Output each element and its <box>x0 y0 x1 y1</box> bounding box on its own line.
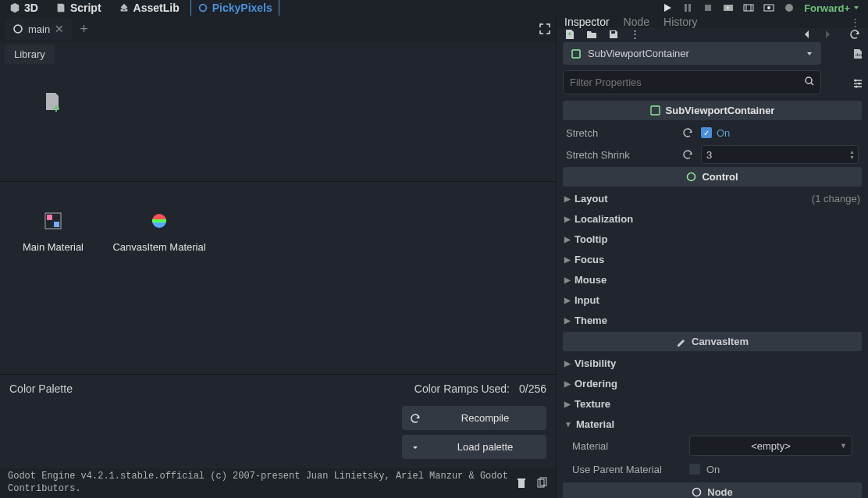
ramps-label: Color Ramps Used: <box>414 382 510 395</box>
fold-visibility-label: Visibility <box>575 357 616 369</box>
play-icon[interactable] <box>662 2 673 13</box>
section-node[interactable]: Node <box>563 482 862 498</box>
load-resource-icon[interactable] <box>586 29 597 40</box>
console-clear-icon[interactable] <box>515 477 528 489</box>
record-icon[interactable] <box>784 2 795 13</box>
history-next-icon[interactable] <box>823 29 832 40</box>
prop-stretch: Stretch ✓ On <box>557 122 868 144</box>
expand-icon[interactable] <box>539 23 551 35</box>
section-subviewportcontainer[interactable]: SubViewportContainer <box>563 101 862 120</box>
canvas-material-icon <box>150 212 169 230</box>
material-dropdown[interactable]: <empty> ▼ <box>689 436 852 456</box>
main-material-item[interactable]: Main Material <box>6 196 100 285</box>
fold-tooltip[interactable]: ▶Tooltip <box>557 229 868 249</box>
main-material-icon <box>44 212 62 230</box>
tab-3d[interactable]: 3D <box>3 0 44 17</box>
reset-icon[interactable] <box>683 150 693 160</box>
new-file-item[interactable] <box>6 78 100 167</box>
tab-assetlib[interactable]: AssetLib <box>112 0 186 17</box>
svg-point-23 <box>693 489 701 496</box>
load-palette-button[interactable]: Load palette <box>402 435 546 459</box>
stop-icon[interactable] <box>703 2 713 13</box>
resource-kebab-icon[interactable]: ⋮ <box>630 28 640 40</box>
node-selector[interactable]: SubViewportContainer <box>563 42 821 65</box>
reset-icon[interactable] <box>683 128 693 138</box>
library-row-new <box>0 64 556 181</box>
load-palette-label: Load palette <box>432 441 539 453</box>
fold-focus[interactable]: ▶Focus <box>557 249 868 269</box>
spinner-icon[interactable]: ▲▼ <box>849 149 855 160</box>
tab-history[interactable]: History <box>663 16 698 28</box>
tab-node[interactable]: Node <box>624 16 649 28</box>
svg-rect-9 <box>54 222 59 227</box>
tab-pickypixels[interactable]: PickyPixels <box>190 0 279 17</box>
svg-rect-11 <box>152 219 166 222</box>
inspector-panel: Inspector Node History ⋮ ⋮ SubViewportCo… <box>556 16 868 498</box>
fold-texture[interactable]: ▶Texture <box>557 393 868 414</box>
fold-localization[interactable]: ▶Localization <box>557 208 868 229</box>
scene-tab-main[interactable]: main ✕ <box>5 18 72 40</box>
renderer-dropdown[interactable]: Forward+ <box>804 2 860 14</box>
filter-settings-icon[interactable] <box>852 77 864 90</box>
library-row-materials: Main Material CanvasItem Material <box>0 182 556 299</box>
fold-ordering[interactable]: ▶Ordering <box>557 373 868 393</box>
doc-icon[interactable]: doc <box>852 48 864 60</box>
svg-rect-15 <box>572 50 580 58</box>
stretch-shrink-input[interactable]: 3 ▲▼ <box>701 145 859 164</box>
console-copy-icon[interactable] <box>535 477 548 489</box>
fold-focus-label: Focus <box>575 254 604 265</box>
scene-tab-label: main <box>28 23 50 35</box>
play-scene-icon[interactable] <box>723 2 734 13</box>
new-resource-icon[interactable] <box>564 29 575 40</box>
add-tab-icon[interactable]: + <box>80 21 88 37</box>
section-canvasitem-label: CanvasItem <box>692 336 749 347</box>
filter-input[interactable] <box>563 70 821 94</box>
search-icon[interactable] <box>804 76 815 87</box>
svg-point-20 <box>856 85 858 87</box>
stretch-checkbox[interactable]: ✓ <box>701 127 712 138</box>
close-icon[interactable]: ✕ <box>55 23 64 35</box>
main-material-label: Main Material <box>23 241 84 253</box>
play-custom-icon[interactable] <box>763 2 774 13</box>
recompile-label: Recompile <box>432 412 539 424</box>
recompile-button[interactable]: Recompile <box>402 406 546 430</box>
svg-rect-14 <box>611 31 615 34</box>
use-parent-checkbox[interactable] <box>689 464 700 475</box>
movie-icon[interactable] <box>743 2 754 13</box>
section-canvasitem[interactable]: CanvasItem <box>563 332 862 351</box>
canvas-material-label: CanvasItem Material <box>112 241 205 253</box>
library-tab[interactable]: Library <box>5 44 55 64</box>
chevron-down-icon <box>806 50 813 58</box>
fold-material[interactable]: ▼Material <box>557 414 868 434</box>
tab-inspector[interactable]: Inspector <box>564 16 610 28</box>
inspector-tabs: Inspector Node History ⋮ <box>557 16 868 28</box>
fold-input-label: Input <box>575 294 599 306</box>
stretch-value: On <box>717 127 730 139</box>
fold-texture-label: Texture <box>575 398 610 410</box>
fold-theme-label: Theme <box>575 315 607 326</box>
palette-label: Color Palette <box>9 382 73 395</box>
save-resource-icon[interactable] <box>608 29 619 40</box>
fold-input[interactable]: ▶Input <box>557 290 868 310</box>
node-name: SubViewportContainer <box>588 48 689 59</box>
fold-mouse[interactable]: ▶Mouse <box>557 269 868 290</box>
svg-point-6 <box>14 25 22 33</box>
svg-point-0 <box>199 5 206 12</box>
svg-point-19 <box>859 82 861 84</box>
fold-material-label: Material <box>576 418 614 430</box>
workspace-tabs: 3D Script AssetLib PickyPixels <box>3 0 279 17</box>
fold-theme[interactable]: ▶Theme <box>557 310 868 330</box>
history-prev-icon[interactable] <box>802 29 812 40</box>
history-undo-icon[interactable] <box>849 29 860 40</box>
fold-visibility[interactable]: ▶Visibility <box>557 353 868 373</box>
section-control[interactable]: Control <box>563 167 862 187</box>
palette-info-row: Color Palette Color Ramps Used: 0/256 <box>0 375 556 403</box>
left-panel: main ✕ + Library <box>0 16 556 498</box>
kebab-icon[interactable]: ⋮ <box>850 16 860 28</box>
canvas-material-item[interactable]: CanvasItem Material <box>112 196 206 285</box>
fold-layout[interactable]: ▶Layout(1 change) <box>557 188 868 208</box>
tab-script[interactable]: Script <box>49 0 108 17</box>
ramps-value: 0/256 <box>519 382 546 395</box>
pause-icon[interactable] <box>682 2 693 13</box>
console: Godot Engine v4.2.1.stable.official (c) … <box>0 468 556 498</box>
